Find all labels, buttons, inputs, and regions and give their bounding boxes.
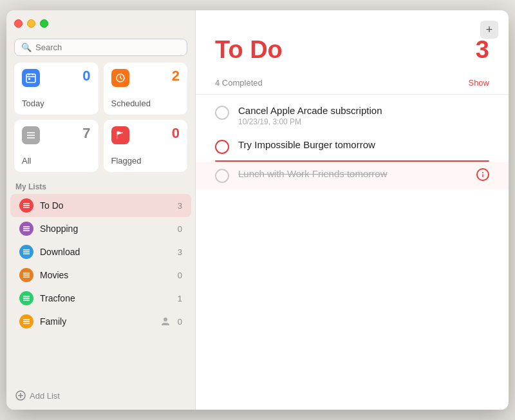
main-window: 🔍 0 Today [6,10,509,410]
today-card[interactable]: 0 Today [14,62,98,115]
completed-label: 4 Completed [215,78,263,88]
sidebar: 🔍 0 Today [6,10,196,410]
flagged-label: Flagged [111,156,180,166]
movies-dot [19,268,33,282]
all-label: All [22,156,91,166]
movies-count: 0 [178,271,182,280]
scheduled-card[interactable]: 2 Scheduled [104,62,188,115]
svg-rect-0 [26,74,35,82]
lists-container: To Do 3 Shopping 0 Download 3 [6,194,195,384]
today-count: 0 [82,68,90,84]
family-name: Family [40,316,153,327]
list-item-tracfone[interactable]: Tracfone 1 [10,287,191,310]
all-count: 7 [82,125,90,142]
search-input[interactable] [35,43,180,52]
tracfone-count: 1 [178,294,182,303]
svg-rect-4 [28,78,30,80]
task-info-button[interactable] [476,168,489,181]
scheduled-label: Scheduled [111,99,180,108]
download-name: Download [40,247,171,257]
todo-name: To Do [40,200,171,211]
task-item: Try Impossible Burger tomorrow [196,133,509,162]
todo-dot [19,198,33,213]
task-count: 3 [476,36,489,64]
shared-icon [160,316,171,327]
list-item-todo[interactable]: To Do 3 [10,194,191,217]
tasks-list: Cancel Apple Arcade subscription 10/23/1… [196,95,509,410]
task-title: Lunch with Work Friends tomorrow [238,168,467,179]
task-title: Cancel Apple Arcade subscription [238,105,489,116]
list-item-shopping[interactable]: Shopping 0 [10,217,191,240]
add-icon [15,390,26,401]
tracfone-dot [19,291,33,305]
shopping-count: 0 [178,224,182,234]
todo-count: 3 [178,201,182,211]
today-icon [22,69,40,87]
task-content: Try Impossible Burger tomorrow [238,139,489,150]
main-header: To Do 3 [196,10,509,74]
family-dot [19,314,33,329]
my-lists-label: My Lists [6,178,195,194]
flagged-icon [111,126,129,144]
family-count: 0 [178,317,182,327]
list-item-movies[interactable]: Movies 0 [10,263,191,287]
all-card[interactable]: 7 All [14,120,98,172]
flagged-count: 0 [172,125,180,142]
download-count: 3 [178,247,182,257]
svg-point-29 [164,318,167,321]
minimize-button[interactable] [27,19,35,28]
add-list-button[interactable]: Add List [6,384,195,410]
task-circle[interactable] [215,169,229,183]
svg-line-7 [120,78,122,79]
completed-bar: 4 Completed Show [196,74,509,95]
task-item: Lunch with Work Friends tomorrow [196,162,509,189]
smart-lists: 0 Today 2 Scheduled [6,62,195,178]
add-list-label: Add List [30,391,60,401]
shopping-name: Shopping [40,224,171,234]
all-icon [22,126,40,144]
main-content: + To Do 3 4 Completed Show Cancel Apple … [196,10,509,410]
scheduled-count: 2 [172,68,180,84]
download-dot [19,245,33,259]
titlebar [6,10,195,36]
close-button[interactable] [14,19,23,28]
maximize-button[interactable] [40,19,48,28]
task-item: Cancel Apple Arcade subscription 10/23/1… [196,99,509,133]
task-circle[interactable] [215,140,229,154]
plus-button[interactable]: + [480,21,498,39]
task-content: Cancel Apple Arcade subscription 10/23/1… [238,105,489,126]
list-item-family[interactable]: Family 0 [10,310,191,333]
search-bar[interactable]: 🔍 [14,39,187,56]
task-content: Lunch with Work Friends tomorrow [238,168,467,179]
search-icon: 🔍 [21,43,32,52]
page-title: To Do [215,36,283,64]
task-title: Try Impossible Burger tomorrow [238,139,489,150]
tracfone-name: Tracfone [40,293,171,303]
show-button[interactable]: Show [468,78,489,88]
task-circle[interactable] [215,106,229,120]
flagged-card[interactable]: 0 Flagged [104,120,188,172]
svg-point-33 [482,172,483,173]
task-subtitle: 10/23/19, 3:00 PM [238,117,489,126]
shopping-dot [19,222,33,236]
movies-name: Movies [40,270,171,280]
list-item-download[interactable]: Download 3 [10,240,191,263]
scheduled-icon [111,69,129,87]
today-label: Today [22,99,91,108]
